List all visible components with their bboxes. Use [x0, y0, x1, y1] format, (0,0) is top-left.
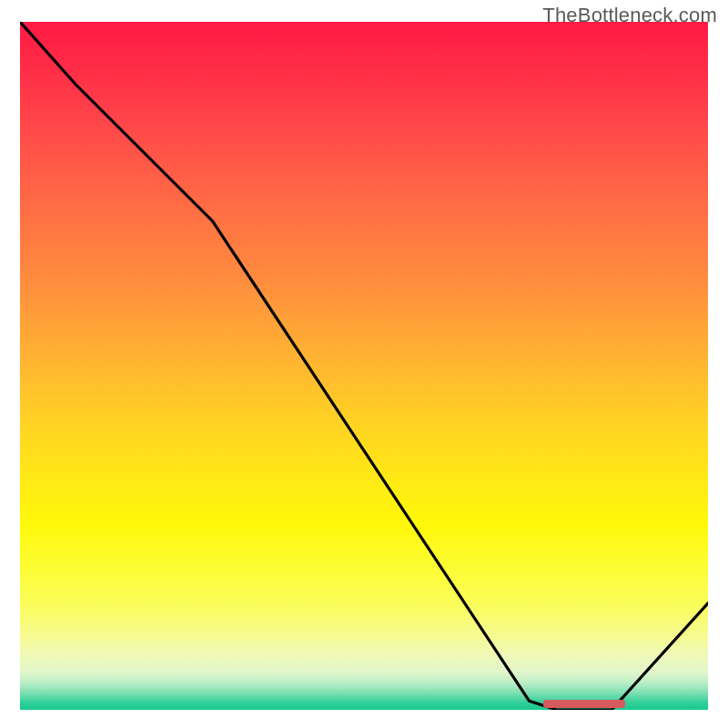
watermark-text: TheBottleneck.com: [542, 4, 717, 27]
chart-plot-area: [20, 22, 708, 710]
curve-svg: [20, 22, 708, 710]
data-curve: [20, 22, 708, 710]
minimum-highlight-marker: [543, 700, 626, 708]
